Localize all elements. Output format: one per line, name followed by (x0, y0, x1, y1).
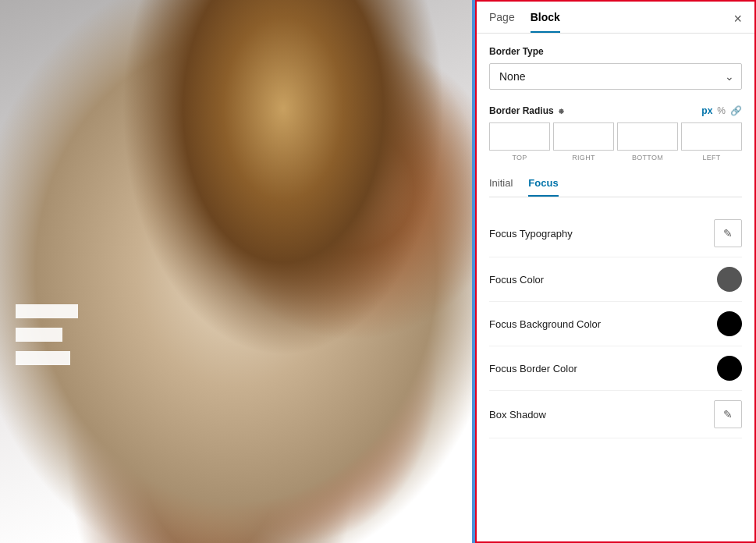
box-shadow-edit-button[interactable]: ✎ (714, 400, 742, 428)
focus-color-swatch[interactable] (717, 267, 742, 292)
focus-border-color-swatch[interactable] (717, 356, 742, 381)
border-radius-header: Border Radius ⎈ px % 🔗 (489, 105, 742, 116)
radius-input-top[interactable] (489, 122, 550, 151)
tab-page[interactable]: Page (489, 11, 515, 33)
settings-panel: Page Block × Border Type None Solid Dash… (475, 0, 756, 543)
properties-list: Focus Typography ✎ Focus Color Focus Bac… (489, 210, 742, 438)
link-icon[interactable]: 🔗 (730, 105, 742, 116)
state-tabs: Initial Focus (489, 177, 742, 197)
radius-label-top: TOP (489, 154, 550, 161)
overlay-rect-3 (16, 351, 70, 365)
tab-block[interactable]: Block (531, 11, 560, 33)
focus-background-color-swatch[interactable] (717, 311, 742, 336)
pizza-image (0, 0, 472, 543)
panel-content: Border Type None Solid Dashed Dotted Dou… (477, 34, 754, 541)
radius-labels: TOP RIGHT BOTTOM LEFT (489, 154, 742, 161)
focus-background-color-label: Focus Background Color (489, 318, 601, 330)
state-tab-initial[interactable]: Initial (489, 177, 513, 197)
radius-input-right[interactable] (553, 122, 614, 151)
unit-px-button[interactable]: px (701, 105, 712, 116)
focus-typography-edit-button[interactable]: ✎ (714, 219, 742, 247)
close-button[interactable]: × (733, 12, 742, 32)
focus-border-color-label: Focus Border Color (489, 363, 577, 374)
border-type-select-wrapper: None Solid Dashed Dotted Double ⌄ (489, 63, 742, 90)
radius-input-left[interactable] (681, 122, 742, 151)
radius-input-bottom[interactable] (617, 122, 678, 151)
radius-label-bottom: BOTTOM (617, 154, 678, 161)
focus-typography-label: Focus Typography (489, 228, 573, 240)
radius-label-left: LEFT (681, 154, 742, 161)
unit-group: px % 🔗 (701, 105, 742, 116)
unit-pct-button[interactable]: % (717, 105, 726, 116)
overlay-rect-1 (16, 304, 78, 318)
radius-inputs (489, 122, 742, 151)
border-type-select[interactable]: None Solid Dashed Dotted Double (489, 63, 742, 90)
property-row-focus-background-color: Focus Background Color (489, 302, 742, 346)
property-row-focus-color: Focus Color (489, 257, 742, 302)
box-shadow-label: Box Shadow (489, 409, 546, 421)
border-radius-label-group: Border Radius ⎈ (489, 105, 564, 116)
property-row-focus-border-color: Focus Border Color (489, 346, 742, 391)
main-tabs-group: Page Block (489, 11, 560, 33)
property-row-focus-typography: Focus Typography ✎ (489, 210, 742, 257)
content-canvas (0, 0, 472, 543)
overlay-rect-2 (16, 328, 62, 342)
state-tab-focus[interactable]: Focus (528, 177, 558, 197)
property-row-box-shadow: Box Shadow ✎ (489, 391, 742, 438)
main-tabs-bar: Page Block × (477, 2, 754, 34)
radius-label-right: RIGHT (553, 154, 614, 161)
border-type-label: Border Type (489, 46, 742, 57)
monitor-icon: ⎈ (559, 106, 564, 115)
focus-color-label: Focus Color (489, 274, 544, 286)
border-radius-label: Border Radius (489, 105, 554, 116)
